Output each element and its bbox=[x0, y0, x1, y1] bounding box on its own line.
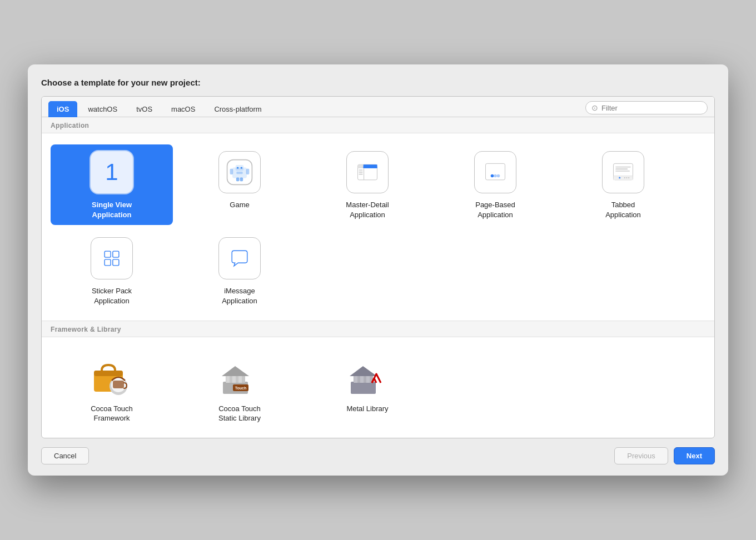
svg-rect-52 bbox=[354, 376, 357, 383]
metal-lib-icon bbox=[345, 354, 390, 398]
cocoa-touch-lib-icon: Touch bbox=[217, 354, 262, 398]
template-sticker-pack[interactable]: Sticker PackApplication bbox=[51, 231, 173, 311]
template-imessage[interactable]: iMessageApplication bbox=[178, 231, 301, 311]
template-dialog: Choose a template for your new project: … bbox=[28, 64, 728, 475]
master-detail-label: Master-DetailApplication bbox=[346, 200, 389, 219]
svg-rect-46 bbox=[238, 376, 242, 383]
svg-rect-38 bbox=[94, 371, 123, 376]
svg-rect-9 bbox=[236, 172, 242, 174]
metal-lib-label: Metal Library bbox=[346, 404, 388, 414]
svg-point-30 bbox=[624, 177, 625, 178]
svg-rect-45 bbox=[232, 376, 236, 383]
svg-point-3 bbox=[237, 167, 238, 169]
imessage-label: iMessageApplication bbox=[222, 286, 257, 306]
svg-point-4 bbox=[241, 167, 242, 169]
tabbed-label: TabbedApplication bbox=[605, 200, 641, 219]
svg-rect-26 bbox=[615, 171, 630, 172]
svg-rect-53 bbox=[360, 376, 364, 383]
tab-ios[interactable]: iOS bbox=[48, 101, 77, 117]
filter-icon: ⊙ bbox=[591, 103, 598, 112]
framework-grid: Cocoa TouchFramework bbox=[42, 337, 714, 438]
svg-rect-5 bbox=[236, 178, 238, 181]
svg-rect-14 bbox=[364, 167, 377, 168]
svg-rect-35 bbox=[105, 259, 111, 266]
svg-rect-50 bbox=[351, 382, 376, 394]
svg-rect-54 bbox=[366, 376, 370, 383]
sticker-pack-label: Sticker PackApplication bbox=[92, 286, 132, 306]
svg-rect-17 bbox=[359, 174, 362, 174]
single-view-icon: 1 bbox=[89, 150, 134, 194]
tabbed-icon: ★ bbox=[601, 150, 645, 194]
svg-point-21 bbox=[494, 174, 497, 178]
template-master-detail[interactable]: Master-DetailApplication bbox=[306, 144, 429, 225]
svg-rect-16 bbox=[359, 172, 362, 172]
tab-macos[interactable]: macOS bbox=[163, 101, 203, 117]
footer: Cancel Previous Next bbox=[41, 447, 715, 464]
svg-rect-15 bbox=[359, 170, 362, 171]
svg-rect-19 bbox=[486, 164, 505, 180]
svg-point-22 bbox=[497, 174, 500, 178]
svg-rect-36 bbox=[113, 259, 119, 266]
svg-marker-47 bbox=[222, 366, 249, 376]
content-area: Application 1 Single ViewApplication bbox=[42, 117, 714, 437]
svg-rect-8 bbox=[246, 169, 248, 174]
template-page-based[interactable]: Page-BasedApplication bbox=[434, 144, 556, 225]
template-tabbed[interactable]: ★ TabbedApplication bbox=[562, 144, 684, 225]
template-metal-lib[interactable]: Metal Library bbox=[306, 348, 429, 429]
filter-input[interactable] bbox=[601, 104, 702, 112]
master-detail-icon bbox=[345, 150, 390, 194]
svg-point-20 bbox=[491, 174, 494, 178]
filter-box: ⊙ bbox=[585, 101, 708, 114]
svg-rect-24 bbox=[615, 167, 631, 167]
tab-tvos[interactable]: tvOS bbox=[128, 101, 161, 117]
footer-right: Previous Next bbox=[614, 447, 715, 464]
tab-watchos[interactable]: watchOS bbox=[79, 101, 126, 117]
template-cocoa-touch-fw[interactable]: Cocoa TouchFramework bbox=[51, 348, 173, 429]
cancel-button[interactable]: Cancel bbox=[41, 447, 89, 464]
template-single-view[interactable]: 1 Single ViewApplication bbox=[51, 144, 173, 225]
svg-rect-6 bbox=[240, 178, 242, 181]
tab-bar: iOS watchOS tvOS macOS Cross-platform ⊙ bbox=[42, 97, 714, 117]
dialog-title: Choose a template for your new project: bbox=[41, 78, 715, 87]
svg-point-31 bbox=[626, 177, 627, 178]
template-cocoa-touch-lib[interactable]: Touch Cocoa TouchStatic Library bbox=[178, 348, 301, 429]
cocoa-touch-lib-label: Cocoa TouchStatic Library bbox=[218, 404, 261, 423]
application-grid: 1 Single ViewApplication bbox=[42, 133, 714, 321]
main-panel: iOS watchOS tvOS macOS Cross-platform ⊙ … bbox=[41, 96, 715, 438]
svg-marker-55 bbox=[350, 366, 377, 376]
imessage-icon bbox=[217, 236, 262, 281]
svg-rect-41 bbox=[113, 381, 124, 388]
svg-text:Touch: Touch bbox=[235, 386, 246, 390]
cocoa-touch-fw-label: Cocoa TouchFramework bbox=[91, 404, 133, 423]
svg-rect-34 bbox=[113, 252, 119, 258]
page-based-label: Page-BasedApplication bbox=[475, 200, 515, 219]
svg-rect-33 bbox=[105, 252, 111, 258]
single-view-label: Single ViewApplication bbox=[92, 200, 132, 219]
template-game[interactable]: Game bbox=[178, 144, 301, 225]
application-section-header: Application bbox=[42, 117, 714, 133]
previous-button[interactable]: Previous bbox=[614, 447, 668, 464]
svg-rect-28 bbox=[614, 179, 633, 180]
cocoa-touch-fw-icon bbox=[89, 354, 134, 398]
next-button[interactable]: Next bbox=[674, 447, 715, 464]
svg-rect-7 bbox=[230, 169, 232, 174]
game-label: Game bbox=[230, 200, 249, 210]
sticker-pack-icon bbox=[89, 236, 134, 281]
page-based-icon bbox=[473, 150, 518, 194]
svg-text:★: ★ bbox=[618, 176, 621, 179]
tab-cross-platform[interactable]: Cross-platform bbox=[206, 101, 270, 117]
svg-rect-25 bbox=[615, 169, 628, 169]
svg-rect-44 bbox=[226, 376, 230, 383]
svg-point-32 bbox=[628, 177, 629, 178]
framework-section-header: Framework & Library bbox=[42, 321, 714, 337]
game-icon bbox=[217, 150, 262, 194]
